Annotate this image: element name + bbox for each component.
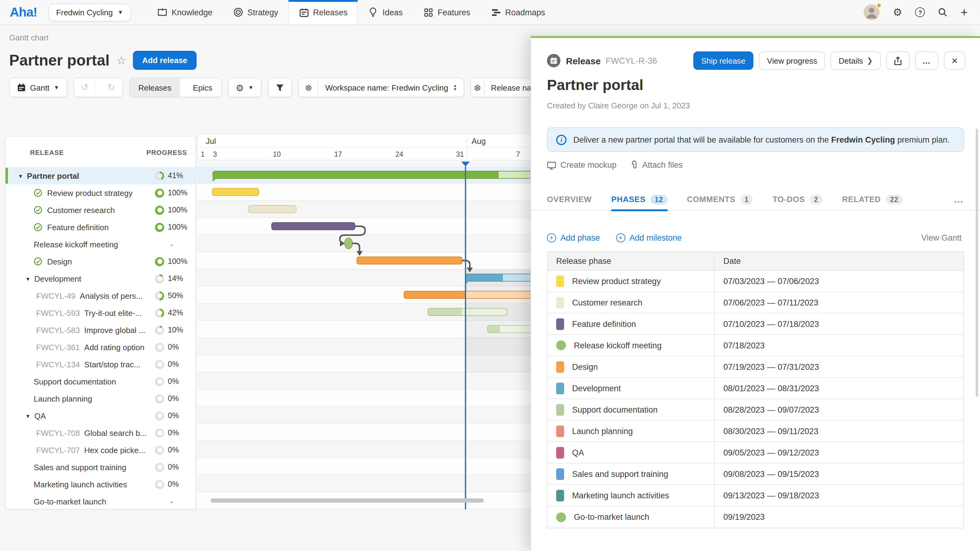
close-button[interactable]: ✕ <box>944 51 965 70</box>
tab-to-dos[interactable]: TO-DOS2 <box>773 188 822 210</box>
nav-item-features[interactable]: Features <box>413 0 481 24</box>
release-row[interactable]: Design100% <box>5 253 196 270</box>
aha-logo[interactable]: Aha! <box>0 0 43 24</box>
release-row[interactable]: FWCYL-583Improve global ...10% <box>5 321 196 338</box>
ship-release-button[interactable]: Ship release <box>694 51 754 70</box>
gear-icon[interactable]: ⚙ <box>893 7 902 17</box>
phase-table-row[interactable]: Development08/01/2023 — 08/31/2023 <box>547 378 964 399</box>
details-button[interactable]: Details ❯ <box>831 51 881 70</box>
add-icon[interactable]: + <box>961 6 968 18</box>
tab-comments[interactable]: COMMENTS1 <box>687 188 753 210</box>
workspace-filter-chip[interactable]: ⊗ Workspace name: Fredwin Cycling ▲▼ <box>298 78 464 97</box>
search-icon[interactable] <box>938 7 948 17</box>
undo-icon[interactable]: ↺ <box>74 82 96 93</box>
phase-table-row[interactable]: Launch planning08/30/2023 — 09/11/2023 <box>547 421 964 442</box>
release-row-label: Add rating option <box>84 343 145 352</box>
feature-reference: FWCYL-593 <box>36 308 80 318</box>
collapse-caret-icon[interactable]: ▾ <box>26 412 29 419</box>
nav-item-knowledge[interactable]: Knowledge <box>147 0 223 24</box>
release-row[interactable]: FWCYL-134Start/stop trac...0% <box>5 356 196 373</box>
add-release-button[interactable]: Add release <box>133 51 196 70</box>
attach-files-link[interactable]: Attach files <box>630 160 682 170</box>
release-row[interactable]: Go-to-market launch- <box>5 493 196 510</box>
release-row[interactable]: FWCYL-49Analysis of pers...50% <box>5 287 196 304</box>
phase-date-cell: 09/19/2023 <box>715 506 964 528</box>
phase-table-row[interactable]: QA09/05/2023 — 09/12/2023 <box>547 442 964 464</box>
release-row[interactable]: Review product strategy100% <box>5 184 196 202</box>
gantt-bar-Feature definition[interactable] <box>271 222 355 230</box>
nav-item-strategy[interactable]: Strategy <box>223 0 289 24</box>
tab-related[interactable]: RELATED22 <box>842 188 903 210</box>
settings-dropdown-button[interactable]: ⚙ ▼ <box>228 78 261 97</box>
phase-table-row[interactable]: Marketing launch activities09/13/2023 — … <box>547 485 964 506</box>
release-row[interactable]: Marketing launch activities0% <box>5 476 196 493</box>
attachment-actions: Create mockup Attach files <box>547 160 682 170</box>
release-row[interactable]: Sales and support training0% <box>5 459 196 476</box>
nav-item-ideas[interactable]: Ideas <box>358 0 413 24</box>
release-row[interactable]: Release kickoff meeting- <box>5 236 196 253</box>
avatar[interactable] <box>864 4 880 20</box>
phase-table-row[interactable]: Release kickoff meeting07/18/2023 <box>547 335 964 356</box>
progress-donut <box>155 257 164 266</box>
add-milestone-link[interactable]: + Add milestone <box>616 233 682 242</box>
phase-table-row[interactable]: Feature definition07/10/2023 — 07/18/202… <box>547 313 964 335</box>
view-selector-button[interactable]: Gantt ▼ <box>9 78 67 97</box>
completed-check-icon <box>34 206 42 214</box>
release-row[interactable]: ▾Development14% <box>5 270 196 287</box>
collapse-caret-icon[interactable]: ▾ <box>26 275 29 282</box>
redo-icon[interactable]: ↻ <box>100 82 122 93</box>
release-row[interactable]: FWCYL-593Try-it-out elite-...42% <box>5 304 196 321</box>
collapse-caret-icon[interactable]: ▾ <box>19 172 22 179</box>
remove-filter-icon[interactable]: ⊗ <box>471 78 484 97</box>
tab-phases[interactable]: PHASES12 <box>611 188 667 210</box>
view-gantt-link[interactable]: View Gantt <box>921 233 962 242</box>
remove-filter-icon[interactable]: ⊗ <box>299 78 318 97</box>
gantt-bar-Design[interactable] <box>356 257 463 265</box>
more-options-button[interactable]: … <box>915 51 939 70</box>
nav-item-releases[interactable]: Releases <box>288 0 358 24</box>
horizontal-scrollbar[interactable] <box>211 499 484 503</box>
help-icon[interactable]: ? <box>915 7 925 17</box>
create-mockup-link[interactable]: Create mockup <box>547 160 616 170</box>
release-row[interactable]: Feature definition100% <box>5 219 196 236</box>
share-button[interactable] <box>886 51 910 70</box>
phase-table-row[interactable]: Go-to-market launch09/19/2023 <box>547 506 964 528</box>
tabs-more-icon[interactable]: … <box>954 194 964 205</box>
workspace-switcher[interactable]: Fredwin Cycling ▼ <box>48 3 131 21</box>
paperclip-icon <box>630 160 638 170</box>
release-row[interactable]: FWCYL-708Global search b...0% <box>5 424 196 441</box>
segment-epics[interactable]: Epics <box>185 78 221 97</box>
progress-cell: 100% <box>155 184 188 202</box>
milestone-marker[interactable] <box>344 238 353 249</box>
panel-scrollbar[interactable] <box>976 129 978 397</box>
tab-overview[interactable]: OVERVIEW <box>547 188 592 210</box>
release-row-label: Development <box>34 274 81 283</box>
release-row-label: Go-to-market launch <box>34 497 106 506</box>
phase-table-row[interactable]: Support documentation08/28/2023 — 09/07/… <box>547 399 964 421</box>
nav-item-roadmaps[interactable]: Roadmaps <box>481 0 556 24</box>
release-row[interactable]: ▾Partner portal41% <box>5 167 196 184</box>
add-phase-link[interactable]: + Add phase <box>547 233 600 242</box>
release-row[interactable]: Launch planning0% <box>5 390 196 407</box>
segment-releases[interactable]: Releases <box>130 78 180 97</box>
progress-value: 50% <box>168 291 183 300</box>
release-row[interactable]: Customer research100% <box>5 202 196 219</box>
gantt-bar-Customer research[interactable] <box>248 205 296 213</box>
phase-table-row[interactable]: Sales and support training09/08/2023 — 0… <box>547 464 964 485</box>
release-row[interactable]: FWCYL-361Add rating option0% <box>5 338 196 356</box>
gantt-bar-Try-it-out elite-...[interactable] <box>428 308 507 316</box>
favorite-star-icon[interactable]: ☆ <box>116 54 126 67</box>
gantt-bar-Review product strategy[interactable] <box>212 188 259 196</box>
phase-table-row[interactable]: Review product strategy07/03/2023 — 07/0… <box>547 271 964 292</box>
list-header: RELEASE PROGRESS <box>5 137 196 167</box>
filter-button[interactable] <box>268 78 292 97</box>
phase-color-swatch <box>556 446 564 458</box>
phase-table-row[interactable]: Customer research07/06/2023 — 07/11/2023 <box>547 292 964 313</box>
release-row[interactable]: Support documentation0% <box>5 373 196 390</box>
release-title[interactable]: Partner portal <box>547 76 643 94</box>
phase-table-row[interactable]: Design07/19/2023 — 07/31/2023 <box>547 356 964 378</box>
release-row[interactable]: FWCYL-707Hex code picke...0% <box>5 441 196 459</box>
phase-name: Support documentation <box>572 405 657 414</box>
release-row[interactable]: ▾QA0% <box>5 407 196 424</box>
view-progress-button[interactable]: View progress <box>759 51 825 70</box>
